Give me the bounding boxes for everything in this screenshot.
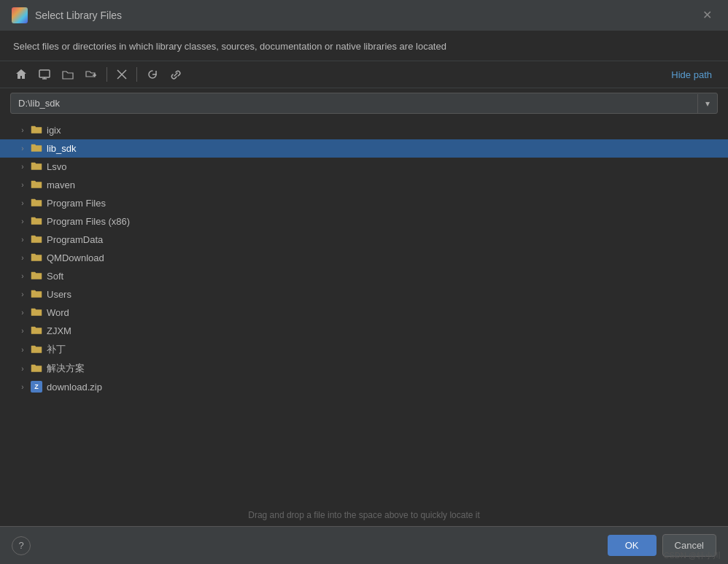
tree-item-label: lib_sdk	[47, 143, 76, 154]
folder-button[interactable]	[57, 66, 79, 83]
chevron-icon: ›	[18, 163, 28, 171]
tree-item-label: Lsvo	[47, 161, 66, 172]
path-bar: ▾	[10, 93, 718, 114]
tree-item-label: ProgramData	[47, 234, 103, 245]
close-button[interactable]: ✕	[698, 8, 716, 23]
new-folder-button[interactable]	[80, 66, 102, 83]
select-library-dialog: Select Library Files ✕ Select files or d…	[0, 0, 728, 564]
tree-item-zjxm[interactable]: › ZJXM	[0, 322, 728, 340]
toolbar-separator-2	[136, 67, 137, 82]
zip-icon: Z	[31, 381, 42, 393]
chevron-icon: ›	[18, 272, 28, 280]
refresh-button[interactable]	[142, 66, 163, 83]
folder-icon	[31, 325, 42, 337]
tree-item-Lsvo[interactable]: › Lsvo	[0, 158, 728, 176]
dialog-subtitle: Select files or directories in which lib…	[0, 31, 728, 61]
tree-item-label: Program Files (x86)	[47, 216, 130, 227]
tree-item-solution[interactable]: › 解决方案	[0, 359, 728, 378]
folder-icon	[31, 215, 42, 228]
path-dropdown-button[interactable]: ▾	[697, 94, 717, 113]
toolbar: Hide path	[0, 61, 728, 88]
tree-item-download-zip[interactable]: ›Zdownload.zip	[0, 378, 728, 395]
tree-item-qmdownload[interactable]: › QMDownload	[0, 249, 728, 267]
tree-item-label: igix	[47, 125, 61, 136]
folder-icon	[31, 363, 42, 375]
tree-item-label: Soft	[47, 271, 63, 282]
svg-rect-0	[39, 70, 50, 77]
tree-item-label: Users	[47, 289, 71, 300]
tree-item-label: 解决方案	[47, 362, 85, 375]
drag-hint: Drag and drop a file into the space abov…	[0, 504, 728, 526]
tree-item-label: Program Files	[47, 198, 106, 209]
footer: ? OK Cancel	[0, 526, 728, 564]
delete-button[interactable]	[112, 66, 132, 82]
chevron-icon: ›	[18, 327, 28, 335]
tree-item-word[interactable]: › Word	[0, 304, 728, 322]
help-button[interactable]: ?	[12, 536, 31, 555]
title-bar: Select Library Files ✕	[0, 0, 728, 31]
path-input[interactable]	[11, 93, 697, 113]
folder-icon	[31, 252, 42, 264]
hide-path-button[interactable]: Hide path	[665, 66, 718, 83]
chevron-icon: ›	[18, 254, 28, 262]
chevron-icon: ›	[18, 309, 28, 317]
tree-item-igix[interactable]: › igix	[0, 121, 728, 139]
watermark: CSDN @轩小川	[664, 550, 721, 561]
tree-item-programdata[interactable]: › ProgramData	[0, 231, 728, 249]
home-button[interactable]	[10, 66, 32, 83]
tree-item-program-files-x86[interactable]: › Program Files (x86)	[0, 212, 728, 231]
folder-icon	[31, 233, 42, 246]
desktop-button[interactable]	[34, 66, 55, 83]
tree-item-patch[interactable]: › 补丁	[0, 340, 728, 359]
folder-icon	[31, 179, 42, 191]
chevron-icon: ›	[18, 290, 28, 298]
folder-icon	[31, 270, 42, 282]
tree-item-label: maven	[47, 179, 75, 190]
folder-icon	[31, 142, 42, 155]
chevron-icon: ›	[18, 346, 28, 354]
chevron-icon: ›	[18, 217, 28, 225]
tree-item-soft[interactable]: › Soft	[0, 267, 728, 285]
toolbar-separator	[107, 67, 107, 82]
tree-item-lib_sdk[interactable]: › lib_sdk	[0, 139, 728, 158]
tree-item-label: QMDownload	[47, 252, 104, 263]
chevron-icon: ›	[18, 199, 28, 207]
folder-icon	[31, 124, 42, 136]
folder-icon	[31, 288, 42, 301]
tree-item-label: ZJXM	[47, 325, 71, 336]
ok-button[interactable]: OK	[608, 535, 657, 556]
chevron-icon: ›	[18, 126, 28, 134]
chevron-icon: ›	[18, 181, 28, 189]
tree-item-users[interactable]: › Users	[0, 285, 728, 304]
app-icon	[12, 7, 28, 23]
chevron-icon: ›	[18, 365, 28, 373]
tree-item-program-files[interactable]: › Program Files	[0, 194, 728, 212]
folder-icon	[31, 197, 42, 209]
tree-item-label: 补丁	[47, 343, 66, 356]
tree-item-label: download.zip	[47, 382, 102, 393]
chevron-icon: ›	[18, 383, 28, 391]
folder-icon	[31, 306, 42, 319]
folder-icon	[31, 161, 42, 173]
tree-item-label: Word	[47, 307, 69, 318]
dialog-title: Select Library Files	[35, 9, 122, 21]
folder-icon	[31, 344, 42, 356]
chevron-icon: ›	[18, 144, 28, 152]
link-button[interactable]	[165, 66, 187, 83]
file-tree: › igix› lib_sdk› Lsvo› maven› Program Fi…	[0, 118, 728, 504]
chevron-icon: ›	[18, 236, 28, 244]
tree-item-maven[interactable]: › maven	[0, 176, 728, 194]
